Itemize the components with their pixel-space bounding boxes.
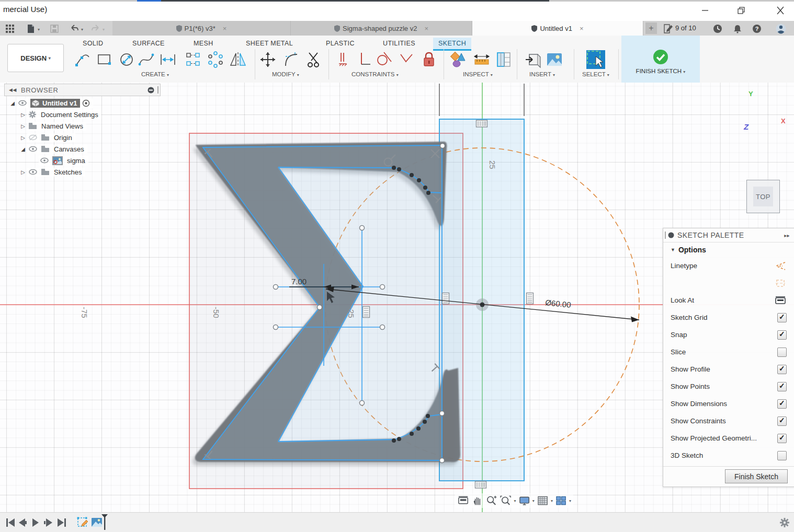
select-tool-icon[interactable] <box>584 48 607 71</box>
palette-hide-icon[interactable] <box>668 232 674 238</box>
midpoint-constraint-icon[interactable] <box>334 50 353 69</box>
tree-item-canvases[interactable]: ◢ Canvases <box>4 143 101 155</box>
browser-hide-icon[interactable] <box>148 87 154 94</box>
display-settings-icon[interactable] <box>518 495 530 506</box>
job-status-text[interactable]: 9 of 10 <box>675 24 696 32</box>
redo-icon[interactable] <box>90 24 101 34</box>
viewports-caret[interactable]: ▾ <box>569 499 571 503</box>
modify-group-dropdown[interactable]: MODIFY ▾ <box>272 71 299 77</box>
rectangular-pattern-icon[interactable] <box>184 50 203 69</box>
spline-tool-icon[interactable] <box>137 50 156 69</box>
move-tool-icon[interactable] <box>258 50 277 69</box>
grid-caret[interactable]: ▾ <box>551 499 553 503</box>
trim-tool-icon[interactable] <box>304 50 323 69</box>
sketch-dimension-icon[interactable] <box>158 50 177 69</box>
ribbon-tab-utilities[interactable]: UTILITIES <box>378 38 421 49</box>
viewcube[interactable]: TOP <box>746 180 780 213</box>
snap-checkbox[interactable] <box>777 330 787 340</box>
fit-view-icon[interactable] <box>500 495 512 506</box>
expand-icon[interactable]: ▷ <box>19 135 27 141</box>
job-status-icon[interactable] <box>662 24 674 34</box>
show-profile-checkbox[interactable] <box>777 365 787 374</box>
file-menu-icon[interactable] <box>25 24 37 34</box>
viewcube-face-top[interactable]: TOP <box>753 187 773 206</box>
sketch-palette-header[interactable]: SKETCH PALETTE ▸▸ <box>663 228 794 242</box>
show-constraints-checkbox[interactable] <box>777 417 787 426</box>
ribbon-tab-sketch[interactable]: SKETCH <box>433 38 471 51</box>
restore-button[interactable] <box>736 5 747 16</box>
modeling-viewport[interactable]: 7.00 Ø60.00 -75 -50 -25 25 ◀◀ BROWSER <box>0 83 794 512</box>
section-analysis-icon[interactable] <box>494 50 513 69</box>
browser-collapse-icon[interactable]: ◀◀ <box>9 87 17 92</box>
visibility-eye-icon[interactable] <box>40 157 49 164</box>
insert-derive-icon[interactable] <box>523 50 542 69</box>
vertical-constraint-icon[interactable] <box>355 50 373 69</box>
user-avatar[interactable] <box>774 24 788 34</box>
constraints-group-dropdown[interactable]: CONSTRAINTS ▾ <box>351 71 399 77</box>
insert-canvas-icon[interactable] <box>545 50 564 69</box>
tree-item-document[interactable]: ◢ Untitled v1 <box>4 97 101 109</box>
palette-options-section[interactable]: ▼ Options <box>663 242 794 257</box>
display-caret[interactable]: ▾ <box>532 499 535 503</box>
notifications-bell-icon[interactable] <box>732 24 743 34</box>
tangent-constraint-icon[interactable] <box>375 50 393 69</box>
show-dimensions-checkbox[interactable] <box>777 399 787 409</box>
help-icon[interactable]: ? <box>751 24 763 34</box>
timeline-playhead[interactable] <box>100 514 109 530</box>
ribbon-tab-surface[interactable]: SURFACE <box>127 38 170 49</box>
tree-item-named-views[interactable]: ▷ Named Views <box>4 120 101 132</box>
fix-constraint-lock-icon[interactable] <box>419 50 438 69</box>
3d-sketch-checkbox[interactable] <box>777 451 787 460</box>
app-grid-icon[interactable] <box>4 24 16 34</box>
tree-item-document-settings[interactable]: ▷ Document Settings <box>4 109 101 120</box>
document-tab-active[interactable]: Untitled v1 × <box>472 21 643 36</box>
file-menu-caret[interactable]: ▾ <box>38 27 40 32</box>
visibility-eye-icon[interactable] <box>18 99 27 107</box>
tree-item-sketches[interactable]: ▷ Sketches <box>4 166 101 178</box>
expand-icon[interactable]: ▷ <box>19 112 27 118</box>
ribbon-tab-mesh[interactable]: MESH <box>188 38 219 49</box>
ribbon-tab-solid[interactable]: SOLID <box>77 38 109 49</box>
undo-caret[interactable]: ▾ <box>81 27 83 32</box>
construction-mode-icon[interactable] <box>774 278 787 288</box>
grid-settings-icon[interactable] <box>537 495 549 506</box>
new-tab-button[interactable]: + <box>645 22 657 34</box>
dimension-inspect-icon[interactable] <box>472 50 491 69</box>
zoom-icon[interactable] <box>485 495 497 506</box>
expand-icon[interactable]: ▷ <box>19 123 27 129</box>
palette-resize-grip[interactable] <box>665 232 666 239</box>
viewports-icon[interactable] <box>555 495 567 506</box>
visibility-eye-icon[interactable] <box>28 145 38 153</box>
tree-item-sigma-canvas[interactable]: sigma <box>4 155 101 166</box>
browser-panel-header[interactable]: ◀◀ BROWSER <box>4 84 161 96</box>
close-button[interactable] <box>775 5 786 16</box>
ribbon-tab-plastic[interactable]: PLASTIC <box>321 38 360 49</box>
history-clock-icon[interactable] <box>712 24 723 34</box>
workspace-selector[interactable]: DESIGN ▾ <box>7 44 64 72</box>
minimize-button[interactable] <box>699 5 711 16</box>
save-icon[interactable] <box>49 24 60 34</box>
pan-hand-icon[interactable] <box>471 495 483 506</box>
ribbon-tab-sheet-metal[interactable]: SHEET METAL <box>241 38 298 49</box>
tree-item-origin[interactable]: ▷ Origin <box>4 132 101 143</box>
show-points-checkbox[interactable] <box>777 382 787 391</box>
line-tool-icon[interactable] <box>73 50 92 69</box>
circle-tool-icon[interactable] <box>117 50 136 69</box>
select-group-dropdown[interactable]: SELECT ▾ <box>582 71 609 77</box>
look-at-icon[interactable] <box>774 295 787 306</box>
fit-caret[interactable]: ▾ <box>514 499 516 503</box>
activate-radio-icon[interactable] <box>82 99 90 107</box>
timeline-settings-gear-icon[interactable] <box>779 517 790 528</box>
circular-pattern-icon[interactable] <box>206 50 225 69</box>
visibility-eye-icon[interactable] <box>28 168 38 176</box>
orbit-icon[interactable] <box>457 495 469 506</box>
tab-close-icon[interactable]: × <box>580 25 584 32</box>
tab-close-icon[interactable]: × <box>424 25 428 32</box>
insert-group-dropdown[interactable]: INSERT ▾ <box>529 71 555 77</box>
redo-caret[interactable]: ▾ <box>103 27 105 32</box>
timeline-sketch-feature[interactable] <box>76 516 89 529</box>
tab-close-icon[interactable]: × <box>223 25 227 32</box>
linetype-icon[interactable] <box>774 261 787 271</box>
document-tab-1[interactable]: P1(*6) v3* × <box>112 21 291 36</box>
finish-sketch-button[interactable]: FINISH SKETCH ▾ <box>621 36 700 83</box>
